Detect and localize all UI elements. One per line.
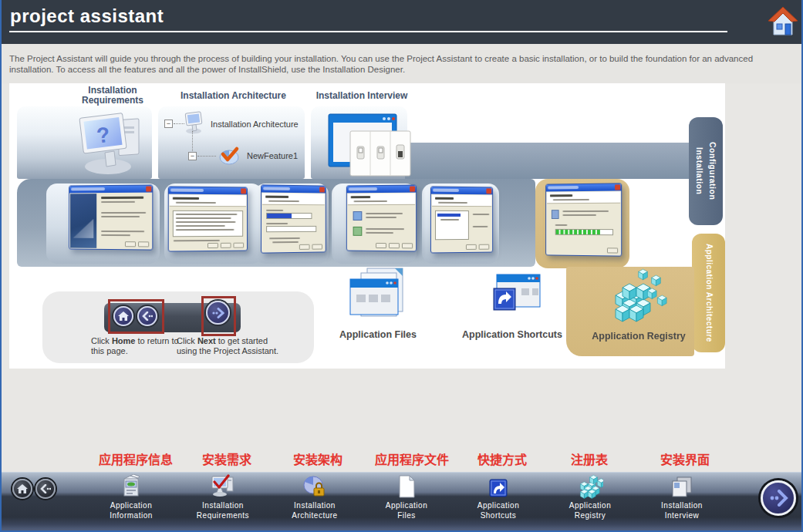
application-registry-icon [609,265,670,332]
application-files-label: Application Files [333,329,423,340]
tree-line [197,156,216,157]
wizard-thumbnail-customer [261,184,326,253]
taskbar-item-label: InstallationRequirements [180,501,266,520]
annotation-app-info: 应用程序信息 [99,450,173,468]
feature-pie-icon [218,145,241,170]
app-info-icon [88,473,174,499]
mini-back-button[interactable] [137,306,157,326]
taskbar-item-installation-requirements[interactable]: InstallationRequirements [180,473,266,520]
pie-lock-icon [272,473,358,499]
project-assistant-window: project assistant The Project Assistant … [0,0,803,532]
tree-root-label: Installation Architecture [211,120,299,129]
tree-child-label: NewFeature1 [247,151,298,160]
taskbar-item-label: ApplicationInformation [88,501,174,520]
annotation-interview: 安装界面 [660,450,710,468]
taskbar-item-label: ApplicationRegistry [547,501,633,520]
taskbar-item-application-registry[interactable]: ApplicationRegistry [547,473,633,520]
tab-installation-configuration[interactable]: Installation Configuration [689,117,723,225]
mini-next-button[interactable] [206,301,230,325]
title-underline [9,31,727,32]
wizard-thumbnail-features [430,187,493,254]
application-registry-label: Application Registry [585,331,693,342]
wizard-thumbnail-welcome [69,184,153,250]
application-shortcuts-label: Application Shortcuts [461,329,563,340]
tab-application-architecture[interactable]: Application Architecture [692,234,725,352]
intro-text: The Project Assistant will guide you thr… [9,54,790,75]
taskbar-item-application-files[interactable]: ApplicationFiles [363,473,450,520]
caption-next: Click Next to get started using the Proj… [177,336,286,356]
computer-question-icon: ? [71,109,156,177]
taskbar-item-label: ApplicationShortcuts [455,501,542,520]
tree-line [174,123,184,124]
wizard-thumbnail-installing [545,183,622,256]
document-icon [363,473,450,499]
annotation-registry: 注册表 [571,450,608,468]
application-shortcuts-icon [491,273,542,322]
wizard-thumbnail-setup-type [346,185,417,252]
wizard-thumbnail-license [168,186,248,251]
annotation-app-files: 应用程序文件 [375,450,449,468]
mini-home-button[interactable] [113,306,133,326]
window-panels-icon [639,473,725,499]
computer-check-icon [180,473,266,499]
taskbar-item-installation-architecture[interactable]: InstallationArchitecture [272,473,358,520]
taskbar-next-button[interactable] [761,480,796,516]
annotation-install-arch: 安装架构 [293,450,342,468]
application-files-icon [347,267,413,322]
heading-installation-interview: Installation Interview [311,91,413,101]
annotation-install-req: 安装需求 [202,450,251,468]
taskbar-item-label: InstallationInterview [639,501,725,520]
heading-installation-requirements: Installation Requirements [66,86,159,106]
tree-line [192,131,193,154]
taskbar-item-label: InstallationArchitecture [272,501,358,520]
caption-home: Click Home to return to this page. [91,336,179,356]
taskbar-item-application-information[interactable]: ApplicationInformation [88,473,174,520]
taskbar-home-button[interactable] [12,479,32,499]
registry-cubes-icon [547,473,633,499]
taskbar-item-label: ApplicationFiles [363,501,450,520]
taskbar-item-installation-interview[interactable]: InstallationInterview [639,473,725,520]
page-title: project assistant [10,5,164,27]
home-icon[interactable] [767,5,799,38]
tree-computer-icon [184,111,205,137]
intro-section: The Project Assistant will guide you thr… [0,44,803,83]
annotation-shortcuts: 快捷方式 [477,450,527,468]
slate-connector-band [405,143,689,179]
shortcut-arrow-icon [455,473,542,499]
interview-dialog-icon [324,113,413,182]
header: project assistant [0,0,803,44]
heading-installation-architecture: Installation Architecture [177,91,289,101]
taskbar-item-application-shortcuts[interactable]: ApplicationShortcuts [455,473,542,520]
tree-collapse-child: − [188,152,197,160]
tree-collapse-root: − [164,120,173,128]
taskbar-back-button[interactable] [35,479,56,499]
